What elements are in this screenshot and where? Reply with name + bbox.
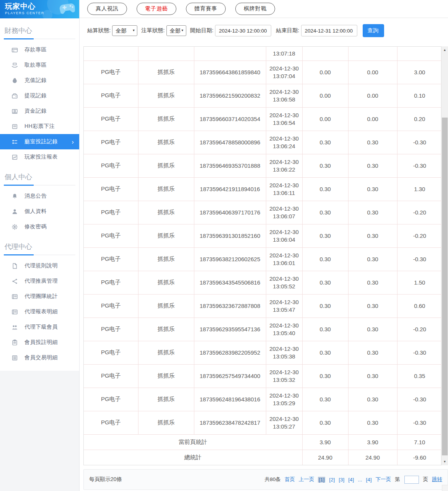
cell-game: 抓抓乐 — [138, 61, 194, 84]
cell-amount-1: 0.30 — [302, 411, 348, 434]
sidebar-item-team-stats[interactable]: 代理團隊統計 — [0, 289, 79, 304]
chevron-right-icon: › — [72, 139, 74, 145]
sidebar-item-gear[interactable]: 修改密碼 — [0, 219, 79, 234]
cell-date-value: 2024-12-30 — [266, 65, 302, 72]
section-items: 代理規則說明代理推廣管理代理團隊統計代理報表明細代理下級會員會員投註明細會員交易… — [0, 258, 79, 365]
sidebar-item-label: 代理規則說明 — [24, 262, 58, 269]
section-items: 消息公告個人資料修改密碼 — [0, 188, 79, 234]
page-current[interactable]: [1] — [318, 477, 325, 483]
cell-order-id: 1873596469353701888 — [194, 154, 266, 177]
cell-game: 抓抓乐 — [138, 364, 194, 388]
page-link-2[interactable]: [2] — [329, 477, 335, 483]
sidebar-item-label: 個人資料 — [24, 208, 47, 215]
cell-time-value: 13:06:01 — [266, 259, 302, 267]
cell-date: 2024-12-3013:05:32 — [266, 364, 302, 388]
withdrawal-record-icon — [11, 93, 18, 99]
cell-amount-1 — [302, 47, 348, 61]
cell-time-value: 13:05:47 — [266, 306, 302, 314]
scrollbar-thumb[interactable] — [442, 118, 448, 455]
cell-order-id: 1873596421911894016 — [194, 177, 266, 201]
sidebar-item-member-transactions[interactable]: 會員交易明細 — [0, 350, 79, 365]
sidebar-item-user[interactable]: 個人資料 — [0, 204, 79, 219]
cell-order-id: 1873596621590200832 — [194, 84, 266, 107]
summary-total-value-3: -9.60 — [397, 450, 442, 465]
sidebar-item-label: HH彩票下注 — [24, 123, 55, 130]
search-button[interactable]: 查詢 — [363, 24, 384, 37]
cell-game: 抓抓乐 — [138, 154, 194, 177]
cell-order-id: 1873596643861859840 — [194, 61, 266, 84]
sidebar-item-room-betting-record[interactable]: 廳室投註記錄› — [0, 134, 79, 149]
page-link-4[interactable]: [4] — [348, 477, 354, 483]
tab-button-1[interactable]: 真人視訊 — [87, 3, 127, 15]
pagination-bar: 每頁顯示20條 共80条 首页 上一页 [1][2][3][4]...[4] 下… — [83, 469, 448, 490]
scroll-up-icon[interactable]: ▲ — [441, 47, 448, 53]
cell-provider: PG电子 — [84, 247, 138, 271]
filter-bar: 結算狀態: 全部 注單狀態: 全部 開始日期: 結束日期: 查詢 — [80, 18, 448, 43]
sidebar-item-withdrawal-record[interactable]: 提現記錄 — [0, 88, 79, 103]
tab-button-3[interactable]: 體育賽事 — [186, 3, 226, 15]
sidebar-item-deposit[interactable]: 存款專區 — [0, 42, 79, 57]
cell-game: 抓抓乐 — [138, 294, 194, 318]
bell-icon — [11, 193, 18, 200]
cell-date-value: 2024-12-30 — [266, 275, 302, 283]
sidebar-item-label: 代理報表明細 — [24, 308, 58, 315]
next-page-link[interactable]: 下一页 — [376, 476, 391, 483]
jump-button[interactable]: 跳转 — [432, 476, 442, 483]
share-icon — [11, 278, 18, 285]
page-link-3[interactable]: [3] — [339, 477, 344, 483]
order-status-select[interactable]: 全部 — [166, 25, 186, 36]
cell-provider: PG电子 — [84, 411, 138, 434]
total-count: 共80条 — [265, 476, 281, 483]
table-row: PG电子抓抓乐18735964788580008962024-12-3013:0… — [84, 131, 442, 154]
cell-date-value: 2024-12-30 — [266, 415, 302, 423]
cell-amount-3: 3.00 — [397, 61, 442, 84]
cell-amount-3: -0.20 — [397, 224, 442, 247]
table-row: PG电子抓抓乐18735964063971701762024-12-3013:0… — [84, 201, 442, 224]
end-date-input[interactable] — [301, 25, 357, 36]
sidebar-item-label: 會員交易明細 — [24, 354, 58, 361]
sidebar-header: 玩家中心 PLAYERS CENTER — [0, 0, 79, 18]
cell-order-id: 1873596257549734400 — [194, 364, 266, 388]
sidebar-item-recharge-record[interactable]: 充值記錄 — [0, 73, 79, 88]
page-link-6[interactable]: [4] — [366, 477, 371, 483]
sidebar-item-player-bet-report[interactable]: 玩家投注報表 — [0, 149, 79, 165]
prev-page-link[interactable]: 上一页 — [299, 476, 314, 483]
cell-amount-1: 0.30 — [302, 224, 348, 247]
sidebar-item-lottery-bets[interactable]: HH彩票下注 — [0, 119, 79, 134]
cell-provider: PG电子 — [84, 341, 138, 364]
sidebar-item-member-bets[interactable]: 會員投註明細 — [0, 335, 79, 350]
cell-amount-1: 0.30 — [302, 271, 348, 294]
cell-order-id: 1873596248196438016 — [194, 388, 266, 411]
lottery-bets-icon — [11, 123, 18, 130]
sidebar-item-bell[interactable]: 消息公告 — [0, 188, 79, 204]
cell-amount-1: 0.30 — [302, 364, 348, 388]
sidebar-item-report-detail[interactable]: 代理報表明細 — [0, 304, 79, 319]
sidebar-item-share[interactable]: 代理推廣管理 — [0, 273, 79, 289]
cell-amount-3: -0.20 — [397, 318, 442, 341]
sidebar-item-agent-rules[interactable]: 代理規則說明 — [0, 258, 79, 273]
cell-date: 2024-12-3013:06:24 — [266, 131, 302, 154]
start-date-input[interactable] — [215, 25, 271, 36]
cell-order-id: 1873596478858000896 — [194, 131, 266, 154]
app-root: 玩家中心 PLAYERS CENTER 財務中心存款專區取款專區充值記錄提現記錄… — [0, 0, 448, 491]
gamepad-icon — [58, 1, 77, 16]
scroll-down-icon[interactable]: ▼ — [441, 458, 448, 465]
cell-date: 2024-12-3013:06:58 — [266, 84, 302, 107]
cell-game: 抓抓乐 — [138, 131, 194, 154]
cell-order-id — [194, 47, 266, 61]
page-jump-input[interactable] — [404, 476, 419, 484]
cell-amount-1: 0.30 — [302, 201, 348, 224]
page-links: [1][2][3][4]...[4] — [318, 477, 371, 483]
settle-status-select[interactable]: 全部 — [112, 25, 137, 36]
tab-button-2[interactable]: 電子遊藝 — [137, 3, 176, 15]
tab-button-4[interactable]: 棋牌對戰 — [235, 3, 275, 15]
table-scrollbar[interactable]: ▲ ▼ — [441, 46, 448, 465]
cell-order-id: 1873596323672887808 — [194, 294, 266, 318]
first-page-link[interactable]: 首页 — [285, 476, 295, 483]
sidebar-item-withdraw[interactable]: 取款專區 — [0, 57, 79, 73]
cell-amount-3: 0.20 — [397, 107, 442, 131]
cell-date: 2024-12-3013:06:54 — [266, 107, 302, 131]
sidebar-item-funds-record[interactable]: 資金記錄 — [0, 103, 79, 119]
cell-amount-2: 0.30 — [348, 341, 397, 364]
sidebar-item-members[interactable]: 代理下級會員 — [0, 319, 79, 335]
